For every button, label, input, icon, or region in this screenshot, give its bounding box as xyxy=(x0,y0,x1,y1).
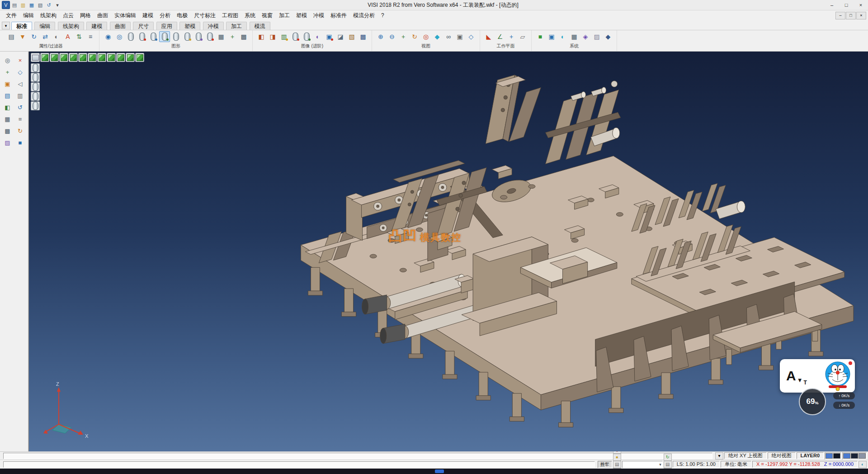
world-icon[interactable]: ◐ xyxy=(859,461,867,468)
ribbon-tab[interactable]: 建模 xyxy=(86,22,107,30)
display-ghost-icon[interactable] xyxy=(31,101,40,110)
analysis-display-icon[interactable] xyxy=(204,31,215,42)
maximize-button[interactable]: □ xyxy=(839,0,854,10)
solid-tool-icon[interactable]: ▣ xyxy=(2,79,13,89)
select-tool-icon[interactable]: ◎ xyxy=(2,55,13,65)
save-icon[interactable]: ▦ xyxy=(28,1,36,9)
view-iso-icon[interactable] xyxy=(40,53,49,62)
print-icon[interactable]: ▧ xyxy=(36,1,44,9)
regen-icon[interactable]: ◎ xyxy=(114,31,125,42)
sheet-tool-icon[interactable]: ▤ xyxy=(2,90,13,100)
redo-tool-icon[interactable]: ↻ xyxy=(15,126,25,136)
ribbon-tab[interactable]: 塑模 xyxy=(179,22,200,30)
menu-item[interactable]: 建模 xyxy=(139,11,156,20)
display-shaded-icon[interactable] xyxy=(31,82,40,91)
tabbar-caret-icon[interactable]: ▾ xyxy=(2,22,10,29)
minimize-button[interactable]: – xyxy=(825,0,839,10)
view-top-icon[interactable] xyxy=(88,53,97,62)
view-dynamic-icon[interactable] xyxy=(135,53,144,62)
ribbon-tab[interactable]: 线架构 xyxy=(58,22,84,30)
menu-item[interactable]: 编辑 xyxy=(20,11,37,20)
menu-item[interactable]: 标准件 xyxy=(327,11,350,20)
refresh-icon[interactable]: ↻ xyxy=(28,31,39,42)
layers-tool-icon[interactable]: ▥ xyxy=(15,90,25,100)
mdi-minimize-button[interactable]: – xyxy=(835,12,845,19)
environment-icon[interactable]: ▩ xyxy=(358,31,368,42)
menu-item[interactable]: 视窗 xyxy=(259,11,276,20)
stereo-icon[interactable]: ∞ xyxy=(443,31,454,42)
view-right-icon[interactable] xyxy=(78,53,87,62)
viewport-config-icon[interactable] xyxy=(31,53,40,62)
hidden-line-display-icon[interactable] xyxy=(148,31,159,42)
doraemon-overlay-card[interactable]: A ▼ T xyxy=(780,359,855,393)
extrude-tool-icon[interactable]: ◧ xyxy=(2,102,13,112)
sheet-status-icon[interactable]: ▤ xyxy=(613,461,621,468)
color-swatch[interactable] xyxy=(851,453,858,459)
license-icon[interactable]: ◆ xyxy=(603,31,613,42)
open-icon[interactable]: ▥ xyxy=(19,1,27,9)
render-right-icon[interactable]: ◨ xyxy=(267,31,278,42)
view-iso2-icon[interactable] xyxy=(107,53,116,62)
redraw-icon[interactable]: ◉ xyxy=(103,31,113,42)
viewport-canvas[interactable]: 凸凹模具数控 Z X A ▼ T xyxy=(28,52,868,451)
database-icon[interactable]: ▦ xyxy=(569,31,580,42)
ribbon-tab[interactable]: 尺寸 xyxy=(133,22,154,30)
pattern-tool-icon[interactable]: ▨ xyxy=(2,137,13,147)
outline-display-icon[interactable] xyxy=(182,31,193,42)
rotate-view-icon[interactable]: ↻ xyxy=(409,31,420,42)
menu-item[interactable]: 文件 xyxy=(3,11,20,20)
menu-item[interactable]: 电极 xyxy=(174,11,191,20)
wireframe-display-icon[interactable] xyxy=(125,31,136,42)
mdi-restore-button[interactable]: □ xyxy=(846,12,856,19)
reflection-icon[interactable]: ◪ xyxy=(335,31,346,42)
undo-tool-icon[interactable]: ↺ xyxy=(15,102,25,112)
filter-icon[interactable]: ▼ xyxy=(17,31,28,42)
material-green-icon[interactable] xyxy=(301,31,312,42)
layer-segment[interactable]: LAYER0 xyxy=(797,452,824,459)
color-swatch[interactable] xyxy=(833,453,840,459)
menu-item[interactable]: 冲模 xyxy=(310,11,327,20)
snap-icon[interactable]: ● xyxy=(613,454,621,461)
progress-badge[interactable]: 69% xyxy=(799,388,826,415)
grid-display-icon[interactable]: ▦ xyxy=(216,31,226,42)
units-segment[interactable]: 单位: 毫米 xyxy=(721,461,751,468)
view-search-caret-icon[interactable]: ▾ xyxy=(715,452,723,460)
view-front-icon[interactable] xyxy=(50,53,59,62)
workplane-3pt-icon[interactable]: ◣ xyxy=(483,31,494,42)
mdi-close-button[interactable]: × xyxy=(856,12,866,19)
qat-caret-icon[interactable]: ▾ xyxy=(53,1,61,9)
view-plane-icon[interactable]: ◇ xyxy=(466,31,476,42)
display-shaded-edges-icon[interactable] xyxy=(31,92,40,101)
view-iso3-icon[interactable] xyxy=(116,53,125,62)
pan-icon[interactable]: + xyxy=(398,31,409,42)
delete-tool-icon[interactable]: × xyxy=(15,55,25,65)
zoom-in-icon[interactable]: ⊕ xyxy=(375,31,386,42)
hatch-tool-icon[interactable]: ▩ xyxy=(2,126,13,136)
pin-toggle-button[interactable]: 拴牢 xyxy=(598,461,612,468)
attribute-filter-icon[interactable]: A xyxy=(62,31,73,42)
system-settings-icon[interactable]: ■ xyxy=(535,31,546,42)
properties-icon[interactable]: ▤ xyxy=(6,31,17,42)
display-hidden-icon[interactable] xyxy=(31,73,40,82)
menu-item[interactable]: 工程图 xyxy=(219,11,241,20)
list-icon[interactable]: ≡ xyxy=(85,31,96,42)
material-red-icon[interactable] xyxy=(290,31,301,42)
menu-item[interactable]: 塑模 xyxy=(293,11,310,20)
monitor-icon[interactable]: ▣ xyxy=(546,31,557,42)
view-mode-segment[interactable]: 绝对 XY 上视图 xyxy=(724,452,767,459)
globe-icon[interactable]: ◐ xyxy=(557,31,568,42)
zoom-out-icon[interactable]: ⊖ xyxy=(387,31,397,42)
swap-icon[interactable]: ⇄ xyxy=(40,31,51,42)
view-iso4-icon[interactable] xyxy=(126,53,135,62)
menu-item[interactable]: 尺寸标注 xyxy=(191,11,219,20)
list-tool-icon[interactable]: ≡ xyxy=(15,114,25,124)
menu-item[interactable]: 加工 xyxy=(276,11,293,20)
view-bottom-icon[interactable] xyxy=(97,53,106,62)
workplane-origin-icon[interactable]: + xyxy=(506,31,517,42)
lighting-icon[interactable]: ▣ xyxy=(324,31,335,42)
shadow-icon[interactable]: ◐ xyxy=(312,31,323,42)
menu-item[interactable]: ? xyxy=(378,11,387,20)
ghost-display-icon[interactable] xyxy=(170,31,181,42)
snap-mode-combo[interactable]: ▾ xyxy=(622,461,663,468)
regen-status-icon[interactable]: ↻ xyxy=(664,454,672,461)
